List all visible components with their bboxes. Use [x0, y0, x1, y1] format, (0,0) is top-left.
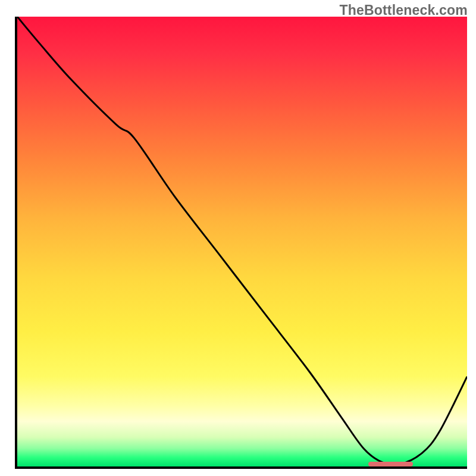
- watermark-text: TheBottleneck.com: [339, 2, 468, 18]
- bottleneck-curve: [17, 17, 467, 466]
- curve-path: [17, 17, 467, 465]
- chart-frame: TheBottleneck.com: [0, 0, 476, 476]
- plot-area: [15, 17, 467, 469]
